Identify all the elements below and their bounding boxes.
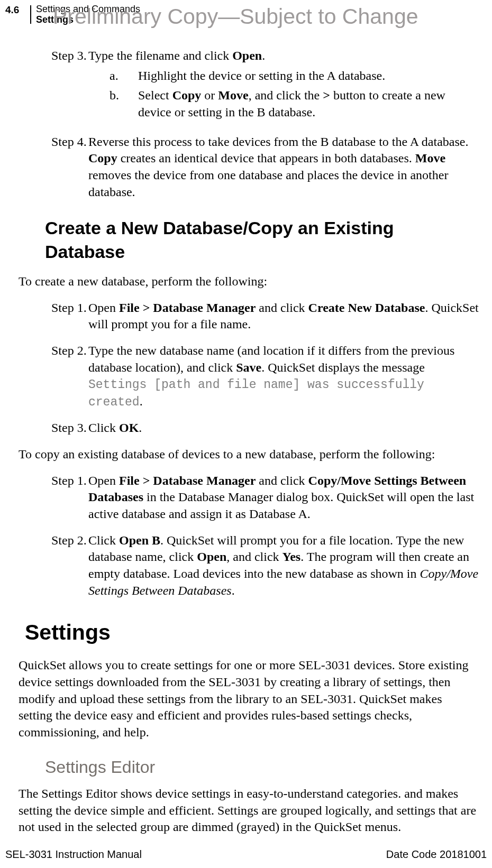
step-3a: a. Highlight the device or setting in th… [88, 68, 479, 85]
file-db-mgr-bold: File > Database Manager [119, 301, 256, 315]
step-3a-text: Highlight the device or setting in the A… [138, 68, 479, 85]
heading-create-database: Create a New Database/Copy an Existing D… [45, 216, 479, 264]
cs1-mid: and click [256, 301, 308, 315]
create-step-1-label: Step 1. [19, 300, 88, 333]
copy-step-2: Step 2. Click Open B. QuickSet will prom… [19, 532, 479, 599]
editor-para: The Settings Editor shows device setting… [19, 786, 479, 836]
create-step-1: Step 1. Open File > Database Manager and… [19, 300, 479, 333]
create-step-2: Step 2. Type the new database name (and … [19, 343, 479, 410]
heading-settings-editor: Settings Editor [45, 756, 479, 778]
page-header: 4.6 Settings and Commands Settings [5, 4, 487, 25]
open-bold: Open [232, 49, 262, 62]
copy-intro-para: To copy an existing database of devices … [19, 446, 479, 463]
step-4-label: Step 4. [19, 134, 88, 201]
header-divider [30, 5, 31, 24]
create-step-2-label: Step 2. [19, 343, 88, 410]
heading-settings: Settings [25, 618, 479, 647]
step-3-text-pre: Type the filename and click [88, 49, 232, 62]
cps1-post: in the Database Manager dialog box. Quic… [88, 490, 474, 521]
ok-bold: OK [119, 421, 139, 435]
create-step-3: Step 3. Click OK. [19, 420, 479, 437]
copy-bold-2: Copy [88, 151, 117, 165]
yes-bold: Yes [283, 550, 301, 564]
copy-step-2-body: Click Open B. QuickSet will prompt you f… [88, 532, 479, 599]
step-3-sublist: a. Highlight the device or setting in th… [88, 68, 479, 121]
page-number: 4.6 [5, 4, 19, 16]
create-step-1-body: Open File > Database Manager and click C… [88, 300, 479, 333]
cs2-mid: . QuickSet displays the message [261, 361, 425, 374]
move-bold-2: Move [415, 151, 445, 165]
create-step-2-body: Type the new database name (and location… [88, 343, 479, 410]
cs3-post: . [139, 421, 142, 435]
copy-step-2-label: Step 2. [19, 532, 88, 599]
cs1-pre: Open [88, 301, 119, 315]
cps2-mid2: , and click [226, 550, 282, 564]
create-step-3-body: Click OK. [88, 420, 479, 437]
step-3-body: Type the filename and click Open. a. Hig… [88, 48, 479, 124]
footer-right: Date Code 20181001 [386, 848, 487, 861]
step-3-text-post: . [262, 49, 265, 62]
copy-step-1: Step 1. Open File > Database Manager and… [19, 473, 479, 523]
save-bold: Save [236, 361, 261, 374]
create-new-db-bold: Create New Database [308, 301, 425, 315]
cps2-post: . [232, 584, 235, 597]
settings-para: QuickSet allows you to create settings f… [19, 657, 479, 741]
cs2-post: . [140, 394, 143, 408]
step-3b-text: Select Copy or Move, and click the > but… [138, 87, 479, 121]
step-3-block: Step 3. Type the filename and click Open… [19, 48, 479, 124]
chapter-title: Settings and Commands [36, 4, 140, 15]
step-4-pre: Reverse this process to take devices fro… [88, 135, 468, 149]
letter-b: b. [110, 87, 138, 121]
copy-bold: Copy [172, 88, 202, 102]
step-4-post: removes the device from one database and… [88, 168, 448, 199]
create-intro-para: To create a new database, perform the fo… [19, 273, 479, 290]
cps2-pre: Click [88, 533, 119, 547]
gt-bold: > [323, 88, 330, 102]
step-3b-or: or [201, 88, 218, 102]
file-db-mgr-bold-2: File > Database Manager [119, 474, 256, 487]
header-titles: Settings and Commands Settings [36, 4, 140, 25]
create-step-3-label: Step 3. [19, 420, 88, 437]
letter-a: a. [110, 68, 138, 85]
footer-left: SEL-3031 Instruction Manual [5, 848, 142, 861]
copy-step-1-body: Open File > Database Manager and click C… [88, 473, 479, 523]
step-4-body: Reverse this process to take devices fro… [88, 134, 479, 201]
cps1-mid: and click [256, 474, 308, 487]
section-title: Settings [36, 15, 140, 25]
step-3b: b. Select Copy or Move, and click the > … [88, 87, 479, 121]
cps1-pre: Open [88, 474, 119, 487]
open-bold-2: Open [197, 550, 226, 564]
copy-step-1-label: Step 1. [19, 473, 88, 523]
step-4-mid1: creates an identical device that appears… [117, 151, 415, 165]
code-message: Settings [path and file name] was succes… [88, 378, 424, 409]
step-3-label: Step 3. [19, 48, 88, 124]
open-b-bold: Open B [119, 533, 160, 547]
step-4-block: Step 4. Reverse this process to take dev… [19, 134, 479, 201]
move-bold: Move [218, 88, 248, 102]
step-3b-pre: Select [138, 88, 172, 102]
cs3-pre: Click [88, 421, 119, 435]
step-3b-mid: , and click the [249, 88, 323, 102]
page-content: Step 3. Type the filename and click Open… [19, 48, 479, 845]
